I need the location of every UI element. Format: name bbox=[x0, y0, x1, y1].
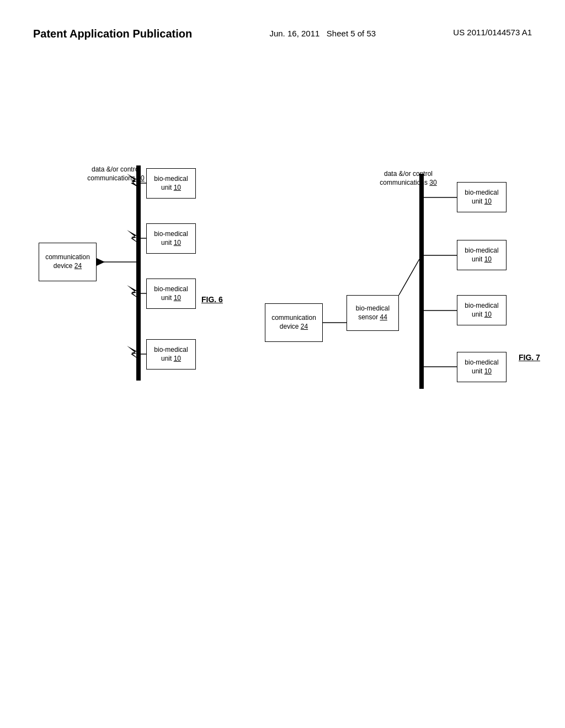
fig7-unit2-box: bio-medicalunit 10 bbox=[457, 240, 507, 270]
svg-marker-24 bbox=[413, 358, 427, 373]
fig7-data-label: data &/or controlcommunications 30 bbox=[375, 170, 441, 187]
fig6-label: FIG. 6 bbox=[201, 295, 223, 304]
fig6-unit4-box: bio-medicalunit 10 bbox=[146, 339, 196, 370]
fig6-unit1-box: bio-medicalunit 10 bbox=[146, 168, 196, 199]
fig7-label: FIG. 7 bbox=[519, 353, 540, 362]
svg-line-15 bbox=[399, 259, 419, 295]
fig7-unit1-box: bio-medicalunit 10 bbox=[457, 182, 507, 212]
svg-marker-4 bbox=[127, 230, 141, 245]
svg-marker-11 bbox=[110, 256, 126, 266]
fig6-comm-device-box: communicationdevice 24 bbox=[39, 243, 97, 281]
svg-marker-16 bbox=[401, 252, 418, 288]
svg-marker-14 bbox=[326, 317, 343, 326]
fig6-unit2-box: bio-medicalunit 10 bbox=[146, 223, 196, 254]
svg-marker-10 bbox=[97, 258, 105, 266]
sheet-info: Jun. 16, 2011 Sheet 5 of 53 bbox=[269, 28, 376, 39]
diagram-area: communicationdevice 24 bio-medicalunit 1… bbox=[0, 88, 565, 728]
svg-rect-12 bbox=[419, 174, 424, 389]
svg-marker-20 bbox=[413, 247, 427, 262]
fig7-unit4-box: bio-medicalunit 10 bbox=[457, 352, 507, 382]
patent-number: US 2011/0144573 A1 bbox=[453, 28, 532, 37]
publication-title: Patent Application Publication bbox=[33, 28, 192, 40]
svg-marker-18 bbox=[413, 189, 427, 204]
fig7-unit3-box: bio-medicalunit 10 bbox=[457, 295, 507, 325]
svg-marker-6 bbox=[127, 285, 141, 300]
svg-marker-22 bbox=[413, 302, 427, 317]
svg-marker-8 bbox=[127, 346, 141, 361]
svg-rect-0 bbox=[136, 165, 141, 381]
fig7-comm-device-box: communicationdevice 24 bbox=[265, 303, 323, 342]
page-header: Patent Application Publication Jun. 16, … bbox=[0, 28, 565, 40]
fig7-sensor-box: bio-medicalsensor 44 bbox=[347, 295, 399, 331]
fig6-data-label: data &/or controlcommunications 30 bbox=[86, 165, 146, 183]
fig6-unit3-box: bio-medicalunit 10 bbox=[146, 279, 196, 309]
